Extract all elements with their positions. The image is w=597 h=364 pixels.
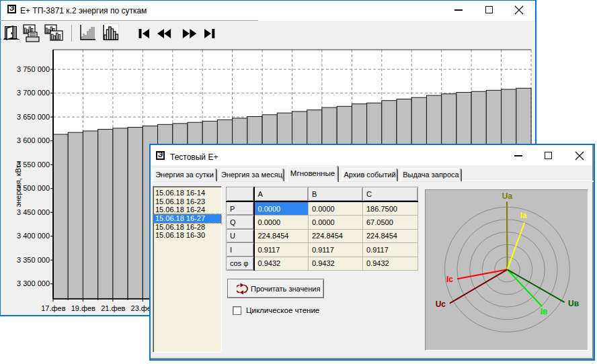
svg-text:21.фев: 21.фев: [101, 304, 125, 312]
svg-text:Ia: Ia: [520, 211, 526, 220]
svg-text:3 350 000: 3 350 000: [17, 256, 50, 264]
svg-text:19.фев: 19.фев: [71, 304, 95, 312]
svg-text:Ic: Ic: [446, 275, 453, 284]
svg-text:17.фев: 17.фев: [41, 304, 65, 312]
svg-text:Ua: Ua: [502, 191, 513, 201]
svg-text:Uв: Uв: [568, 299, 579, 308]
svg-text:3 700 000: 3 700 000: [17, 89, 50, 97]
svg-text:энергия, кВтч: энергия, кВтч: [14, 161, 22, 208]
svg-text:3 400 000: 3 400 000: [17, 232, 50, 240]
svg-text:3 750 000: 3 750 000: [17, 65, 50, 73]
svg-text:3 600 000: 3 600 000: [17, 136, 50, 144]
svg-text:3 300 000: 3 300 000: [17, 279, 50, 287]
svg-text:Iв: Iв: [541, 307, 548, 316]
svg-text:3 650 000: 3 650 000: [17, 113, 50, 121]
svg-text:Uc: Uc: [436, 300, 446, 309]
svg-text:3 450 000: 3 450 000: [17, 208, 50, 216]
